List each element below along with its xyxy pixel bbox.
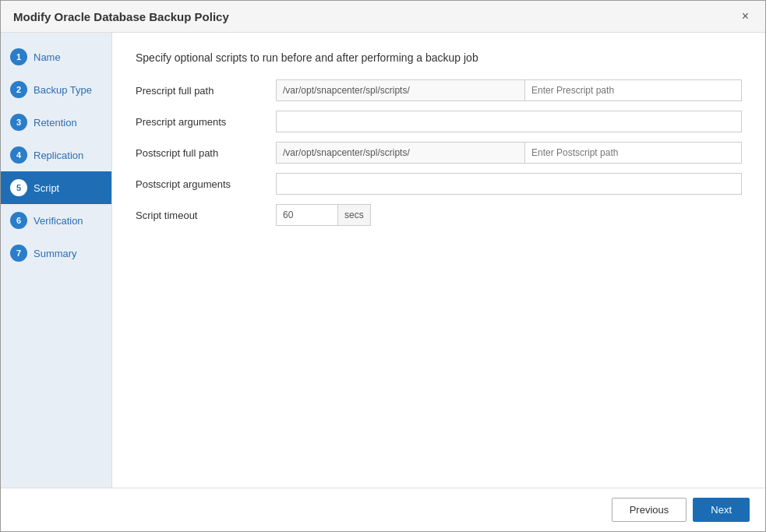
prescript-path-label: Prescript full path	[136, 85, 276, 97]
step-badge-4: 4	[10, 146, 27, 164]
close-button[interactable]: ×	[738, 9, 753, 24]
dialog-footer: Previous Next	[1, 488, 765, 531]
prescript-args-input[interactable]	[276, 111, 742, 132]
sidebar-item-replication[interactable]: 4 Replication	[1, 139, 111, 171]
sidebar-item-backup-type[interactable]: 2 Backup Type	[1, 73, 111, 106]
sidebar-item-summary[interactable]: 7 Summary	[1, 237, 111, 270]
postscript-args-label: Postscript arguments	[136, 178, 276, 190]
prescript-args-field	[276, 111, 742, 132]
sidebar-label-verification: Verification	[34, 215, 83, 227]
prescript-args-row: Prescript arguments	[136, 111, 742, 132]
step-badge-2: 2	[10, 81, 27, 98]
postscript-args-input[interactable]	[276, 173, 742, 195]
postscript-args-row: Postscript arguments	[136, 173, 742, 195]
sidebar-item-name[interactable]: 1 Name	[1, 41, 111, 73]
prescript-path-input[interactable]	[276, 79, 525, 101]
step-badge-5: 5	[10, 179, 27, 196]
step-badge-3: 3	[10, 114, 27, 131]
sidebar-item-retention[interactable]: 3 Retention	[1, 106, 111, 139]
postscript-path-label: Postscript full path	[136, 147, 276, 159]
postscript-path-placeholder-input[interactable]	[525, 142, 742, 164]
postscript-path-row: Postscript full path	[136, 142, 742, 164]
postscript-args-field	[276, 173, 742, 195]
sidebar-label-retention: Retention	[34, 117, 77, 129]
main-content: Specify optional scripts to run before a…	[112, 33, 765, 488]
sidebar-label-replication: Replication	[34, 150, 83, 161]
previous-button[interactable]: Previous	[612, 498, 687, 522]
step-badge-6: 6	[10, 212, 27, 229]
postscript-path-field	[276, 142, 742, 164]
script-timeout-row: Script timeout secs	[136, 204, 742, 226]
step-badge-1: 1	[10, 48, 27, 65]
script-timeout-input[interactable]	[276, 204, 338, 226]
prescript-path-placeholder-input[interactable]	[525, 79, 742, 101]
next-button[interactable]: Next	[693, 498, 750, 522]
sidebar-label-script: Script	[34, 182, 59, 194]
script-timeout-label: Script timeout	[136, 210, 276, 221]
step-badge-7: 7	[10, 245, 27, 262]
sidebar-item-verification[interactable]: 6 Verification	[1, 204, 111, 237]
postscript-path-input[interactable]	[276, 142, 525, 164]
secs-label: secs	[338, 204, 371, 226]
dialog-body: 1 Name 2 Backup Type 3 Retention 4 Repli…	[1, 33, 765, 488]
prescript-path-row: Prescript full path	[136, 79, 742, 101]
section-title: Specify optional scripts to run before a…	[136, 51, 742, 64]
prescript-args-label: Prescript arguments	[136, 116, 276, 128]
script-timeout-field: secs	[276, 204, 742, 226]
title-bar: Modify Oracle Database Backup Policy ×	[1, 1, 765, 33]
sidebar-label-name: Name	[34, 51, 61, 63]
sidebar-label-backup-type: Backup Type	[34, 84, 92, 96]
dialog-title: Modify Oracle Database Backup Policy	[13, 10, 229, 23]
sidebar-item-script[interactable]: 5 Script	[1, 171, 111, 204]
dialog: Modify Oracle Database Backup Policy × 1…	[0, 0, 766, 532]
sidebar-label-summary: Summary	[34, 248, 77, 259]
sidebar: 1 Name 2 Backup Type 3 Retention 4 Repli…	[1, 33, 112, 488]
prescript-path-field	[276, 79, 742, 101]
